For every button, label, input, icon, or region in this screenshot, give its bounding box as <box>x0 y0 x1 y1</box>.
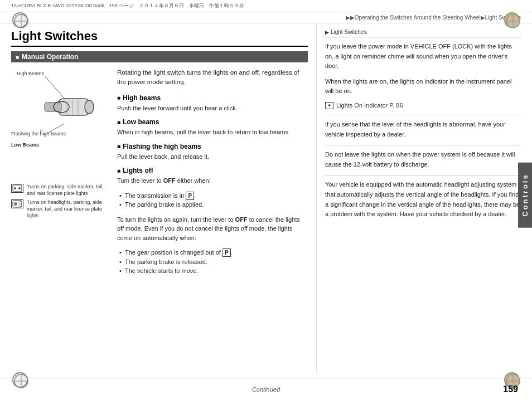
footer-continued: Continued <box>252 386 280 393</box>
main-content: Light Switches Manual Operation High Bea… <box>0 23 532 373</box>
flashing-label: Flashing the high beams <box>11 129 66 138</box>
text-content: Rotating the light switch turns the ligh… <box>117 68 308 281</box>
indicator-icon: ✦ <box>325 102 333 109</box>
low-beams-text: When in high beams, pull the lever back … <box>117 128 308 137</box>
corner-decoration-tr <box>504 12 520 28</box>
divider-2 <box>325 145 521 145</box>
section-heading-label: Manual Operation <box>22 53 78 61</box>
left-column: Light Switches Manual Operation High Bea… <box>11 23 317 373</box>
right-para-2: When the lights are on, the lights on in… <box>325 77 521 96</box>
subsection-flashing: Flashing the high beams <box>117 143 308 150</box>
lights-off-intro: Turn the lever to OFF either when: <box>117 176 308 186</box>
diagram-illustration: ← <box>11 68 112 179</box>
divider-3 <box>325 175 521 175</box>
icon-2-text: Turns on headlights, parking, side marke… <box>27 199 112 219</box>
svg-line-12 <box>45 76 67 101</box>
icon-row-2: Turns on headlights, parking, side marke… <box>11 199 112 219</box>
lights-indicator-ref: ✦ Lights On Indicator P. 86 <box>325 102 521 109</box>
header-print-info: 15 ACURA RLX E-AWD-31TY36100.book 159 ペー… <box>11 2 244 9</box>
diagram-area: High Beams <box>11 68 112 281</box>
bullet-transmission: The transmission is in P. <box>117 191 308 201</box>
diagram-svg: High Beams <box>11 68 112 179</box>
intro-text: Rotating the light switch turns the ligh… <box>117 68 308 87</box>
bullet-gear: The gear position is changed out of P. <box>117 248 308 257</box>
svg-rect-16 <box>45 103 61 111</box>
icon-symbols: Turns on parking, side marker, tail, and… <box>11 184 112 219</box>
svg-line-28 <box>18 201 22 202</box>
follow-bullets: The gear position is changed out of P. T… <box>117 248 308 276</box>
header-bar: 15 ACURA RLX E-AWD-31TY36100.book 159 ペー… <box>0 0 532 12</box>
page-title: Light Switches <box>11 29 308 47</box>
breadcrumb: ▶▶Operating the Switches Around the Stee… <box>0 12 532 23</box>
right-column: Light Switches If you leave the power mo… <box>317 23 521 373</box>
controls-tab: Controls <box>518 162 532 227</box>
subsection-high-beams: High beams <box>117 94 308 102</box>
lights-off-bullets: The transmission is in P. The parking br… <box>117 191 308 209</box>
footer: Continued 159 <box>0 378 532 400</box>
bullet-parking-brake: The parking brake is applied. <box>117 200 308 209</box>
subsection-low-beams: Low beams <box>117 118 308 126</box>
svg-line-30 <box>18 206 22 207</box>
divider-1 <box>325 115 521 115</box>
right-para-4: Do not leave the lights on when the powe… <box>325 150 521 169</box>
low-beams-label: Low Beams <box>11 140 39 149</box>
svg-point-15 <box>85 100 94 114</box>
lights-off-follow-up: To turn the lights on again, turn the le… <box>117 215 308 243</box>
manual-op-content: High Beams <box>11 68 308 281</box>
icon-row-1: Turns on parking, side marker, tail, and… <box>11 184 112 197</box>
section-heading: Manual Operation <box>11 51 308 62</box>
icon-1-text: Turns on parking, side marker, tail, and… <box>27 184 112 197</box>
indicator-link-text: Lights On Indicator P. 86 <box>336 102 403 109</box>
svg-point-27 <box>14 202 17 206</box>
svg-point-24 <box>18 187 21 189</box>
corner-decoration-tl <box>12 12 28 28</box>
flashing-text: Pull the lever back, and release it. <box>117 152 308 162</box>
parking-lights-icon <box>11 184 23 193</box>
page-number: 159 <box>503 384 518 394</box>
link-ref-row: ✦ Lights On Indicator P. 86 <box>325 102 521 109</box>
bullet-parking-released: The parking brake is released. <box>117 257 308 267</box>
bullet-vehicle-moves: The vehicle starts to move. <box>117 266 308 276</box>
subsection-lights-off: Lights off <box>117 167 308 174</box>
high-beams-text: Push the lever forward until you hear a … <box>117 104 308 113</box>
right-para-5: Your vehicle is equipped with the automa… <box>325 180 521 219</box>
right-section-title: Light Switches <box>325 29 521 37</box>
right-para-1: If you leave the power mode in VEHICLE O… <box>325 42 521 71</box>
headlights-icon <box>11 199 23 208</box>
right-para-3: If you sense that the level of the headl… <box>325 120 521 139</box>
